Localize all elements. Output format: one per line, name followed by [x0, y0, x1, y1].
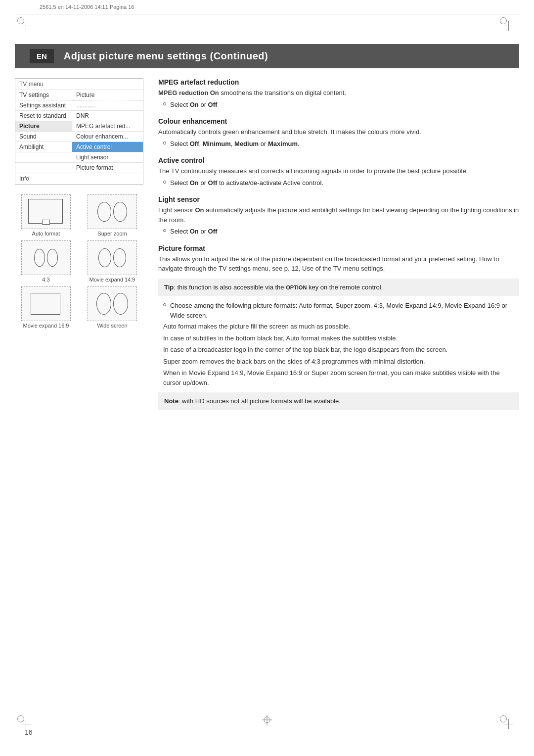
- bullet-text-active-control: Select On or Off to activate/de-activate…: [170, 178, 323, 188]
- format-label-widescreen: Wide screen: [97, 323, 127, 329]
- bullet-text-mpeg: Select On or Off: [170, 100, 217, 110]
- format-diagram-superzoom: [88, 194, 137, 229]
- right-column: MPEG artefact reduction MPEG reduction O…: [158, 78, 519, 415]
- section-text-colour: Automatically controls green enhancement…: [158, 127, 519, 137]
- format-diagram-movie149: [88, 240, 137, 275]
- tip-box: Tip: this function is also accessible vi…: [158, 279, 519, 296]
- section-title-active-control: Active control: [158, 156, 519, 164]
- bullet-formats-list: Choose among the following picture forma…: [163, 301, 519, 320]
- format-label-43: 4:3: [42, 277, 49, 283]
- format-43: 4:3: [15, 240, 77, 283]
- main-content: TV menu TV settings Picture Settings ass…: [15, 78, 519, 415]
- tv-menu-left-ambilight: Ambilight: [15, 142, 72, 152]
- bullet-circle: [163, 102, 166, 105]
- bullet-circle: [163, 303, 166, 306]
- tv-menu-row: TV settings Picture: [15, 90, 143, 100]
- crosshair-top-right: [503, 21, 513, 31]
- tv-menu-right-dots: ............: [72, 100, 143, 110]
- format-diagram-auto: [21, 194, 71, 229]
- tv-menu-right-colour: Colour enhancem...: [72, 131, 143, 142]
- format-superzoom: Super zoom: [81, 194, 143, 236]
- tv-menu-left-picture: Picture: [15, 121, 72, 131]
- section-text-picture-format: This allows you to adjust the size of th…: [158, 254, 519, 274]
- tv-menu-box: TV menu TV settings Picture Settings ass…: [15, 78, 143, 185]
- format-movie149: Movie expand 14:9: [81, 240, 143, 283]
- format-movie169: Movie expand 16:9: [15, 286, 77, 329]
- tv-menu-row: Reset to standard DNR: [15, 110, 143, 121]
- tv-menu-left-settings-assistant: Settings assistant: [15, 100, 72, 110]
- crosshair-bottom-right: [503, 719, 513, 729]
- tv-menu-info: Info: [15, 173, 143, 184]
- format-auto: Auto format: [15, 194, 77, 236]
- page-number: 16: [25, 728, 33, 736]
- format-label-auto: Auto format: [32, 231, 60, 236]
- lang-badge: EN: [30, 49, 54, 63]
- format-label-movie169: Movie expand 16:9: [23, 323, 69, 329]
- tv-menu-right-active-control: Active control: [72, 142, 143, 152]
- section-text-auto-format: Auto format makes the picture fill the s…: [163, 322, 519, 331]
- section-text-light-sensor: Light sensor On automatically adjusts th…: [158, 205, 519, 225]
- tv-menu-row-picture-format: Picture format: [15, 162, 143, 173]
- tv-menu-right-dnr: DNR: [72, 110, 143, 121]
- section-text-superzoom: Super zoom removes the black bars on the…: [163, 357, 519, 367]
- tv-menu-row-light-sensor: Light sensor: [15, 152, 143, 162]
- format-diagram-movie169: [21, 286, 71, 321]
- note-box: Note: with HD sources not all picture fo…: [158, 392, 519, 410]
- format-diagram-43: [21, 240, 71, 275]
- meta-line: 2561.5 en 14-11-2006 14:11 Pagina 16: [15, 0, 519, 14]
- crosshair-bottom-left: [21, 719, 31, 729]
- tv-menu-right-light-sensor: Light sensor: [72, 152, 143, 162]
- section-title-mpeg: MPEG artefact reduction: [158, 78, 519, 86]
- format-label-superzoom: Super zoom: [97, 231, 127, 236]
- format-label-movie149: Movie expand 14:9: [89, 277, 135, 283]
- section-title-light-sensor: Light sensor: [158, 195, 519, 203]
- left-column: TV menu TV settings Picture Settings ass…: [15, 78, 143, 415]
- section-text-mpeg: MPEG reduction On smoothens the transiti…: [158, 88, 519, 98]
- format-diagrams: Auto format Super zoom: [15, 194, 143, 329]
- tv-menu-right-mpeg: MPEG artefact red...: [72, 121, 143, 131]
- tv-menu-title: TV menu: [15, 79, 143, 90]
- section-text-subtitles: In case of subtitles in the bottom black…: [163, 333, 519, 343]
- tv-menu-left-reset: Reset to standard: [15, 110, 72, 121]
- format-widescreen: Wide screen: [81, 286, 143, 329]
- bullet-circle: [163, 181, 166, 184]
- bullet-text-light-sensor: Select On or Off: [170, 227, 217, 236]
- tv-menu-row: Picture MPEG artefact red...: [15, 121, 143, 131]
- section-text-logo: In case of a broadcaster logo in the cor…: [163, 345, 519, 355]
- bullet-text-formats: Choose among the following picture forma…: [170, 301, 519, 320]
- header-bar: EN Adjust picture menu settings (Continu…: [15, 44, 519, 68]
- tv-menu-row: Sound Colour enhancem...: [15, 131, 143, 142]
- bullet-circle: [163, 142, 166, 144]
- bullet-colour: Select Off, Minimum, Medium or Maximum.: [163, 139, 519, 149]
- tv-menu-right-picture: Picture: [72, 90, 143, 100]
- tv-menu-left-tv-settings: TV settings: [15, 90, 72, 100]
- bullet-mpeg: Select On or Off: [163, 100, 519, 110]
- page-title: Adjust picture menu settings (Continued): [64, 50, 268, 62]
- tv-menu-row: Settings assistant ............: [15, 100, 143, 110]
- crosshair-top-left: [21, 21, 31, 31]
- section-title-picture-format: Picture format: [158, 244, 519, 252]
- format-diagram-widescreen: [88, 286, 137, 321]
- tv-menu-left-empty2: [15, 162, 72, 173]
- bullet-active-control: Select On or Off to activate/de-activate…: [163, 178, 519, 188]
- tv-menu-left-empty: [15, 152, 72, 162]
- section-title-colour: Colour enhancement: [158, 117, 519, 125]
- tv-menu-right-picture-format: Picture format: [72, 162, 143, 173]
- bullet-circle: [163, 229, 166, 232]
- bullet-text-colour: Select Off, Minimum, Medium or Maximum.: [170, 139, 300, 149]
- section-text-cursor: When in Movie Expand 14:9, Movie Expand …: [163, 368, 519, 387]
- tv-menu-left-sound: Sound: [15, 131, 72, 142]
- crosshair-bottom-center: [262, 715, 272, 726]
- tv-menu-row-active-control: Ambilight Active control: [15, 142, 143, 152]
- section-text-active-control: The TV continuously measures and correct…: [158, 166, 519, 176]
- bullet-light-sensor: Select On or Off: [163, 227, 519, 236]
